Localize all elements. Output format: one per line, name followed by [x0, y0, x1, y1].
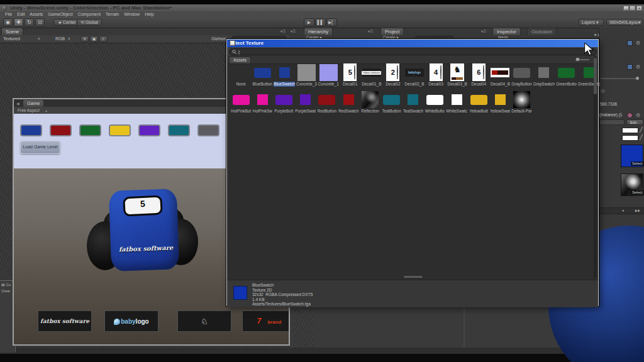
color-mode-dropdown[interactable]: RGB	[55, 35, 65, 42]
rotate-tool-button[interactable]: ↻	[25, 18, 34, 26]
texture-tile-decal02_b[interactable]: babylogoDecal02_B	[404, 63, 425, 87]
color-field[interactable]	[622, 128, 638, 133]
tab-hierarchy[interactable]: Hierarchy	[304, 28, 333, 35]
menu-gameobject[interactable]: GameObject	[48, 11, 72, 17]
tab-project[interactable]: Project	[380, 28, 404, 35]
console-clear-button[interactable]: Clear	[1, 289, 10, 293]
resize-grip[interactable]	[404, 276, 423, 278]
scrollbar-thumb[interactable]	[594, 58, 597, 94]
preview-header-bar[interactable]: ● ⬥⬥	[599, 207, 644, 214]
texture-tile-greenbutto[interactable]: GreenButto	[556, 63, 577, 87]
menu-edit[interactable]: Edit	[17, 11, 25, 17]
menu-component[interactable]: Component	[78, 11, 101, 17]
view-tool-button[interactable]: ◉	[3, 18, 13, 26]
texture-tile-yellowswat[interactable]: YellowSwat	[490, 90, 510, 114]
minimize-button[interactable]: _	[623, 6, 629, 11]
menu-window[interactable]: Window	[124, 11, 140, 17]
game-color-swatch[interactable]	[20, 124, 42, 136]
scene-pane-menu-icon[interactable]: ▾☰	[280, 29, 286, 34]
close-button[interactable]: ×	[636, 6, 642, 11]
texture-tile-hotpinksw[interactable]: HotPinkSw	[252, 90, 272, 114]
texture-tile-decal03_b[interactable]: ♞Decal03_B	[447, 63, 467, 87]
slider-track[interactable]	[601, 78, 638, 79]
layout-dropdown[interactable]: 960x540Layou▾	[606, 19, 643, 26]
menu-terrain[interactable]: Terrain	[106, 11, 119, 17]
gear-icon[interactable]: ⚙	[636, 64, 640, 70]
maximize-button[interactable]: □	[630, 6, 635, 11]
texture-tile-decal01[interactable]: 5Decal01	[340, 63, 360, 87]
eyedropper-icon[interactable]: ╱	[640, 127, 643, 133]
texture-tile-hotpinkbut[interactable]: HotPinkBut	[231, 90, 251, 114]
gear-icon[interactable]: ⚙	[636, 112, 640, 118]
dialog-scrollbar[interactable]	[594, 57, 597, 278]
texture-tile-purpleswat[interactable]: PurpleSwat	[295, 90, 316, 114]
texture-tile-whiteswatc[interactable]: WhiteSwatc	[446, 90, 467, 114]
thumbnail-size-slider[interactable]	[575, 59, 589, 60]
pivot-toggle[interactable]: ◄ Center	[53, 19, 80, 26]
draw-mode-dropdown[interactable]: Textured	[3, 35, 20, 42]
play-button[interactable]: ▶	[304, 18, 314, 26]
inspector-pane-menu-icon[interactable]: ▾☰	[481, 29, 486, 34]
texture-tile-graybutton[interactable]: GrayButton	[511, 63, 531, 87]
texture-tile-decal04[interactable]: 6Decal04	[469, 63, 489, 87]
shader-dropdown[interactable]	[599, 119, 625, 125]
texture-tile-reflection[interactable]: Reflection	[360, 90, 380, 114]
aspect-dropdown[interactable]: Free Aspect	[18, 108, 40, 112]
texture-tile-default-par[interactable]: Default-Par	[511, 90, 531, 114]
dock-arrow-icon[interactable]: ◀	[16, 101, 19, 106]
game-color-swatch[interactable]	[79, 124, 101, 136]
texture-select-button[interactable]: Select	[631, 162, 644, 166]
texture-tile-decal04_b[interactable]: Decal04_B	[490, 63, 510, 87]
load-game-level-button[interactable]: Load Game Level	[20, 141, 60, 154]
texture-tile-purplebutt[interactable]: PurpleButt	[274, 90, 294, 114]
eyedropper-icon[interactable]: ╱	[640, 134, 643, 140]
texture-tile-decal02[interactable]: 2Decal02	[383, 63, 403, 87]
menu-file[interactable]: File	[5, 11, 12, 17]
game-color-swatch[interactable]	[138, 124, 160, 136]
layers-dropdown[interactable]: Layers ▾	[579, 19, 604, 26]
texture-tile-none[interactable]: None	[231, 63, 251, 87]
hierarchy-pane-menu-icon[interactable]: ▾☰	[291, 29, 296, 34]
edit-button[interactable]: Edit...	[626, 119, 643, 125]
tab-scene[interactable]: Scene	[1, 28, 23, 35]
gizmos-dropdown[interactable]: Gizmos	[211, 35, 226, 42]
settings-icon[interactable]: ◎	[601, 88, 605, 94]
gear-icon[interactable]: ⚙	[636, 40, 640, 46]
color-field[interactable]	[622, 135, 638, 141]
space-toggle[interactable]: ⟲ Global	[77, 19, 102, 26]
move-tool-button[interactable]: ✛	[14, 18, 23, 26]
audio-toggle-icon[interactable]: ♬	[99, 36, 108, 42]
texture-tile-concrete_1[interactable]: Concrete_1	[318, 63, 339, 87]
texture-tile-decal01_b[interactable]: fatbox softwareDecal01_B	[362, 63, 382, 87]
pause-button[interactable]: ▌▌	[315, 18, 326, 26]
game-color-swatch[interactable]	[197, 124, 219, 136]
lighting-toggle-icon[interactable]: ☀	[80, 36, 89, 42]
dialog-close-icon[interactable]: ✕	[230, 40, 235, 46]
tab-console[interactable]: ▤ Co	[1, 282, 11, 287]
texture-tile-whitebutto[interactable]: WhiteButto	[425, 90, 445, 114]
slider-knob[interactable]	[636, 77, 639, 80]
step-button[interactable]: ▶▏	[326, 18, 337, 26]
texture-tile-grayswatch[interactable]: GraySwatch	[533, 63, 555, 87]
texture-select-button[interactable]: Select	[631, 190, 644, 195]
skybox-toggle-icon[interactable]: ▣	[90, 36, 98, 42]
tab-assets[interactable]: Assets	[229, 57, 251, 63]
dialog-title-bar[interactable]: Select Texture ✕	[227, 40, 598, 47]
game-color-swatch[interactable]	[168, 124, 190, 136]
texture-tile-tealswatch[interactable]: TealSwatch	[403, 90, 424, 114]
texture-tile-redbutton[interactable]: RedButton	[317, 90, 337, 114]
texture-tile-blueswatch[interactable]: BlueSwatch	[274, 63, 295, 87]
tab-game[interactable]: Game	[23, 99, 44, 107]
game-color-swatch[interactable]	[109, 124, 131, 136]
scale-tool-button[interactable]: ⊡	[35, 18, 45, 26]
game-color-swatch[interactable]	[50, 124, 72, 136]
tab-occlusion[interactable]: Occlusion	[527, 28, 557, 35]
menu-assets[interactable]: Assets	[30, 11, 43, 17]
texture-tile-tealbutton[interactable]: TealButton	[382, 90, 402, 114]
texture-search-input[interactable]: |	[229, 48, 597, 55]
texture-tile-decal03[interactable]: 4Decal03	[426, 63, 446, 87]
texture-tile-yellowbutt[interactable]: YellowButt	[469, 90, 489, 114]
texture-tile-bluebutton[interactable]: BlueButton	[252, 63, 272, 87]
texture-tile-concrete_3[interactable]: Concrete_3	[296, 63, 317, 87]
menu-help[interactable]: Help	[145, 11, 153, 17]
